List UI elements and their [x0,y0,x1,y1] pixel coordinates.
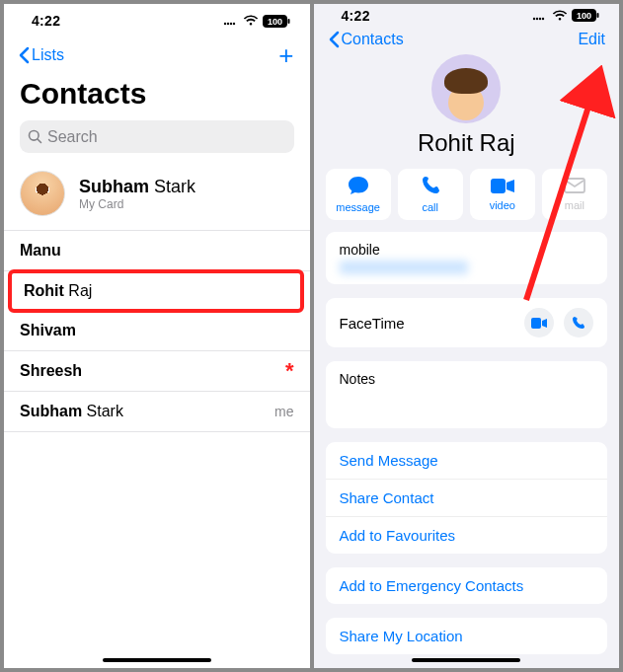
status-time: 4:22 [32,13,60,29]
svg-point-9 [533,18,535,20]
contact-name: Manu [20,242,61,260]
contacts-list-screen: 4:22 100 Lists + Contacts Search Subham … [4,4,310,668]
actions-card-3: Share My Location [326,618,608,654]
video-icon [531,318,547,329]
svg-text:100: 100 [267,16,281,26]
action-label: message [336,201,380,213]
link-label: Add to Favourites [340,527,456,544]
phone-icon [572,316,585,330]
contact-name: Shreesh [20,362,82,380]
wifi-icon [552,10,568,22]
contact-row[interactable]: Shreesh* [4,351,310,392]
battery-icon: 100 [572,9,599,22]
contact-name: Rohit Raj [418,129,515,157]
action-link[interactable]: Add to Emergency Contacts [326,567,608,604]
actions-card-1: Send MessageShare ContactAdd to Favourit… [326,442,608,554]
status-bar: 4:22 100 [4,4,310,37]
phone-card[interactable]: mobile [326,232,608,284]
nav-bar: Contacts Edit [314,28,620,52]
chevron-left-icon [18,46,30,64]
my-card-name: Subham Stark [79,177,195,197]
my-card[interactable]: Subham Stark My Card [4,163,310,231]
page-title: Contacts [4,73,310,120]
svg-point-12 [542,18,544,20]
facetime-audio-button[interactable] [564,308,593,337]
my-card-subtitle: My Card [79,197,195,211]
action-label: mail [565,199,584,211]
search-input[interactable]: Search [20,120,294,153]
contact-row[interactable]: Subham Starkme [4,392,310,432]
contact-row[interactable]: Shivam [4,311,310,351]
status-indicators: 100 [532,9,599,22]
status-time: 4:22 [342,8,370,24]
row-trail: me [274,404,293,419]
svg-text:100: 100 [577,11,591,21]
link-label: Send Message [340,452,438,469]
contact-name: Shivam [20,322,76,339]
contact-row[interactable]: Manu [4,231,310,271]
action-link[interactable]: Share My Location [326,618,608,654]
action-label: call [422,201,438,213]
svg-rect-5 [287,19,289,24]
contact-list: ManuRohit RajShivamShreesh*Subham Starkm… [4,231,310,668]
svg-point-0 [223,23,225,25]
contact-name: Subham Stark [20,403,123,420]
svg-point-2 [229,23,231,25]
battery-icon: 100 [263,15,290,28]
back-button[interactable]: Contacts [328,31,404,48]
svg-point-3 [232,23,234,25]
call-button[interactable]: call [398,169,463,220]
link-label: Share Contact [340,489,434,506]
back-button[interactable]: Lists [18,46,64,64]
phone-label: mobile [340,242,380,258]
contact-name: Rohit Raj [24,282,92,300]
search-icon [28,129,42,144]
contact-avatar[interactable] [431,54,501,123]
back-label: Contacts [342,31,404,48]
call-icon [421,176,440,199]
avatar [20,171,65,216]
status-indicators: 100 [223,15,290,28]
facetime-card: FaceTime [326,298,608,347]
wifi-icon [243,15,259,27]
facetime-video-button[interactable] [524,308,554,337]
link-label: Share My Location [340,628,463,644]
status-bar: 4:22 100 [314,4,620,28]
video-button[interactable]: video [470,169,535,220]
add-contact-button[interactable]: + [278,42,295,68]
home-indicator[interactable] [412,658,520,662]
actions-card-2: Add to Emergency Contacts [326,567,608,604]
nav-bar: Lists + [4,37,310,73]
svg-rect-18 [531,318,541,329]
video-icon [491,179,514,197]
back-label: Lists [32,46,64,64]
notes-card[interactable]: Notes [326,361,608,428]
action-link[interactable]: Add to Favourites [326,516,608,554]
notes-label: Notes [340,371,376,387]
home-indicator[interactable] [103,658,211,662]
contact-row[interactable]: Rohit Raj [8,269,304,313]
phone-number-redacted [340,261,468,274]
message-icon [348,176,369,199]
link-label: Add to Emergency Contacts [340,577,524,594]
contact-header: Rohit Raj [314,52,620,169]
action-label: video [490,199,515,211]
star-icon: * [285,364,294,377]
facetime-label: FaceTime [340,315,405,332]
contact-detail-screen: 4:22 100 Contacts Edit Rohit Raj message… [314,4,620,668]
svg-point-1 [226,23,228,25]
mail-icon [564,178,585,197]
search-placeholder: Search [47,128,98,146]
mail-button: mail [542,169,607,220]
message-button[interactable]: message [326,169,391,220]
action-buttons: messagecallvideomail [314,169,620,232]
svg-line-8 [38,139,41,143]
svg-point-10 [536,18,538,20]
action-link[interactable]: Share Contact [326,479,608,516]
svg-point-11 [539,18,541,20]
svg-rect-16 [491,179,506,193]
edit-button[interactable]: Edit [578,31,605,48]
svg-rect-14 [597,13,599,18]
action-link[interactable]: Send Message [326,442,608,479]
chevron-left-icon [328,31,340,48]
